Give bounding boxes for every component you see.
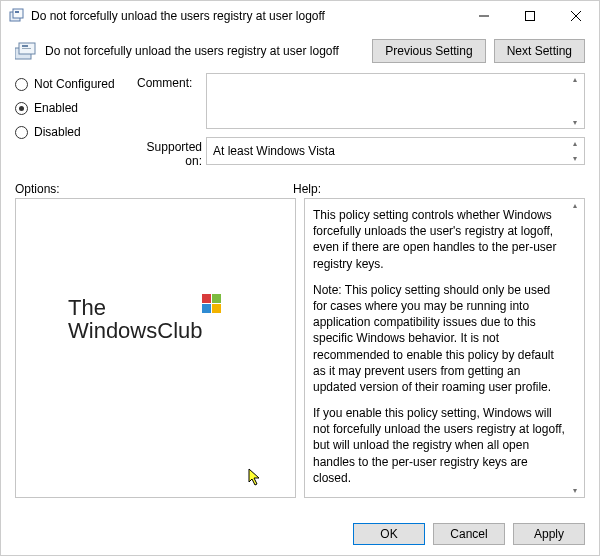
radio-dot-icon bbox=[19, 106, 24, 111]
radio-enabled[interactable]: Enabled bbox=[15, 101, 133, 115]
svg-rect-10 bbox=[22, 48, 31, 49]
radio-label: Disabled bbox=[34, 125, 81, 139]
help-paragraph: If you disable or do not configure this … bbox=[313, 496, 566, 498]
state-radios: Not Configured Enabled Disabled bbox=[15, 73, 133, 139]
scrollbar[interactable]: ▴ ▾ bbox=[568, 75, 582, 127]
scroll-up-icon[interactable]: ▴ bbox=[568, 139, 582, 148]
header-row: Do not forcefully unload the users regis… bbox=[15, 39, 585, 63]
scroll-down-icon[interactable]: ▾ bbox=[568, 118, 582, 127]
radio-label: Not Configured bbox=[34, 77, 115, 91]
panels-row: The WindowsClub This policy setting cont… bbox=[15, 198, 585, 498]
ok-button[interactable]: OK bbox=[353, 523, 425, 545]
svg-rect-13 bbox=[202, 304, 211, 313]
dialog-footer: OK Cancel Apply bbox=[1, 515, 599, 555]
minimize-button[interactable] bbox=[461, 1, 507, 31]
supported-on-box: At least Windows Vista ▴ ▾ bbox=[206, 137, 585, 165]
svg-rect-4 bbox=[526, 12, 535, 21]
radio-not-configured[interactable]: Not Configured bbox=[15, 77, 133, 91]
next-setting-button[interactable]: Next Setting bbox=[494, 39, 585, 63]
svg-rect-14 bbox=[212, 304, 221, 313]
options-panel: The WindowsClub bbox=[15, 198, 296, 498]
policy-title: Do not forcefully unload the users regis… bbox=[45, 44, 364, 58]
help-paragraph: Note: This policy setting should only be… bbox=[313, 282, 566, 395]
comment-textarea[interactable]: ▴ ▾ bbox=[206, 73, 585, 129]
help-text: This policy setting controls whether Win… bbox=[305, 199, 584, 498]
close-button[interactable] bbox=[553, 1, 599, 31]
policy-icon bbox=[15, 41, 37, 61]
svg-rect-12 bbox=[212, 294, 221, 303]
section-labels: Options: Help: bbox=[15, 182, 585, 196]
scrollbar[interactable]: ▴ ▾ bbox=[568, 139, 582, 163]
maximize-button[interactable] bbox=[507, 1, 553, 31]
svg-rect-1 bbox=[13, 9, 23, 18]
policy-dialog: Do not forcefully unload the users regis… bbox=[0, 0, 600, 556]
help-panel: This policy setting controls whether Win… bbox=[304, 198, 585, 498]
svg-rect-11 bbox=[202, 294, 211, 303]
titlebar: Do not forcefully unload the users regis… bbox=[1, 1, 599, 31]
supported-on-value: At least Windows Vista bbox=[213, 144, 335, 158]
apply-button[interactable]: Apply bbox=[513, 523, 585, 545]
scroll-up-icon[interactable]: ▴ bbox=[568, 75, 582, 84]
scroll-down-icon[interactable]: ▾ bbox=[568, 154, 582, 163]
logo-flag-icon bbox=[202, 294, 222, 317]
help-paragraph: If you enable this policy setting, Windo… bbox=[313, 405, 566, 486]
comment-label: Comment: bbox=[137, 73, 202, 90]
logo-line2: WindowsClub bbox=[68, 319, 203, 342]
radio-disabled[interactable]: Disabled bbox=[15, 125, 133, 139]
svg-rect-9 bbox=[22, 45, 28, 47]
previous-setting-button[interactable]: Previous Setting bbox=[372, 39, 485, 63]
supported-on-label: Supported on: bbox=[137, 137, 202, 168]
radio-circle-icon bbox=[15, 126, 28, 139]
radio-circle-icon bbox=[15, 102, 28, 115]
scroll-down-icon[interactable]: ▾ bbox=[568, 486, 582, 495]
cancel-button[interactable]: Cancel bbox=[433, 523, 505, 545]
settings-grid: Not Configured Enabled Disabled Comment:… bbox=[15, 73, 585, 168]
svg-rect-2 bbox=[15, 11, 19, 13]
radio-circle-icon bbox=[15, 78, 28, 91]
scrollbar[interactable]: ▴ ▾ bbox=[568, 201, 582, 495]
app-icon bbox=[9, 8, 25, 24]
window-title: Do not forcefully unload the users regis… bbox=[31, 9, 461, 23]
watermark-logo: The WindowsClub bbox=[68, 297, 203, 342]
content-area: Do not forcefully unload the users regis… bbox=[1, 31, 599, 515]
logo-line1: The bbox=[68, 297, 203, 319]
scroll-up-icon[interactable]: ▴ bbox=[568, 201, 582, 210]
options-label: Options: bbox=[15, 182, 293, 196]
help-paragraph: This policy setting controls whether Win… bbox=[313, 207, 566, 272]
help-label: Help: bbox=[293, 182, 321, 196]
radio-label: Enabled bbox=[34, 101, 78, 115]
